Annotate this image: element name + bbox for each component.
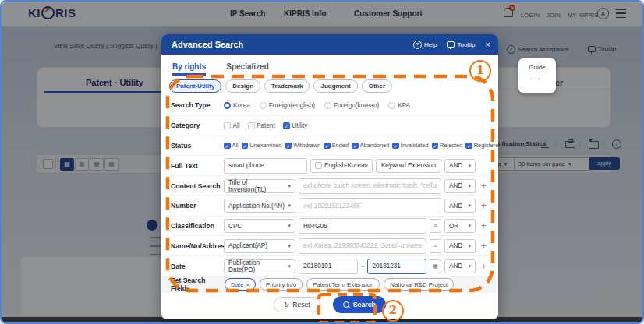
- checkbox: [224, 122, 231, 129]
- radio-dot: [388, 102, 395, 109]
- reset-button[interactable]: ↻Reset: [274, 297, 320, 312]
- name-operator-select[interactable]: AND▾: [444, 239, 476, 253]
- status-registered[interactable]: ✓Registered: [465, 142, 498, 149]
- row-search-type: Search Type Korea Foreign(english) Forei…: [171, 96, 489, 115]
- checkbox: ✓: [285, 143, 292, 150]
- reset-icon: ↻: [284, 301, 289, 308]
- chevron-down-icon: ▾: [468, 263, 471, 269]
- status-unexamined[interactable]: ✓Unexamined: [242, 142, 282, 149]
- help-icon: ?: [413, 40, 422, 49]
- add-row-button[interactable]: +: [479, 200, 489, 211]
- content-operator-select[interactable]: AND▾: [444, 179, 476, 193]
- remove-icon[interactable]: ×: [246, 281, 249, 288]
- help-button[interactable]: ?Help: [413, 40, 437, 49]
- rights-pills: Patent-Utility Design Trademark Judgment…: [161, 78, 498, 96]
- field-pill-priority-info[interactable]: Priority info: [260, 278, 303, 291]
- english-korean-checkbox[interactable]: English-Korean: [310, 159, 373, 173]
- name-no-address-label: Name/No/Address: [171, 242, 221, 250]
- arrow-right-icon: →: [518, 72, 556, 82]
- checkbox-all[interactable]: All: [224, 122, 240, 129]
- pill-trademark[interactable]: Trademark: [264, 79, 310, 93]
- tab-specialized[interactable]: Specialized: [226, 58, 268, 76]
- name-field-select[interactable]: Applicant(AP)▾: [224, 239, 295, 253]
- classification-operator-select[interactable]: OR▾: [444, 219, 476, 233]
- row-full-text: Full Text English-Korean Keyword Extensi…: [171, 155, 489, 175]
- calendar-icon[interactable]: ▦: [430, 259, 441, 273]
- category-label: Category: [171, 122, 221, 129]
- full-text-operator-select[interactable]: AND▾: [444, 159, 476, 173]
- modal-form: Search Type Korea Foreign(english) Forei…: [161, 96, 498, 276]
- row-category: Category All Patent ✓Utility: [171, 115, 489, 136]
- keyword-extension-button[interactable]: Keyword Extension: [376, 159, 441, 173]
- status-withdrawn[interactable]: ✓Withdrawn: [285, 142, 320, 149]
- pill-judgment[interactable]: Judgment: [313, 79, 357, 93]
- add-row-button[interactable]: +: [479, 220, 489, 231]
- checkbox: [315, 162, 322, 169]
- close-icon[interactable]: ×: [486, 40, 490, 49]
- row-status: Status ✓All ✓Unexamined ✓Withdrawn ✓Ende…: [171, 136, 489, 156]
- advanced-search-modal: Advanced Search ?Help Tooltip × By right…: [161, 34, 498, 319]
- checkbox: ✓: [432, 143, 439, 150]
- classification-field-select[interactable]: CPC▾: [224, 219, 295, 233]
- name-input[interactable]: [299, 238, 426, 254]
- number-field-select[interactable]: Application No.(AN)▾: [224, 199, 295, 213]
- radio-korea[interactable]: Korea: [224, 102, 250, 109]
- radio-kpa[interactable]: KPA: [388, 102, 410, 109]
- row-content-search: Content Search Title of Invention(TL)▾ A…: [171, 175, 489, 195]
- chevron-down-icon: ▾: [468, 243, 471, 249]
- date-from-input[interactable]: [299, 259, 358, 274]
- set-search-fields-row: Set Search Fields Date× Priority info Pa…: [161, 276, 498, 293]
- tab-by-rights[interactable]: By rights: [172, 58, 206, 76]
- status-invalidated[interactable]: ✓Invalidated: [392, 142, 428, 149]
- add-row-button[interactable]: +: [479, 241, 489, 252]
- date-operator-select[interactable]: AND▾: [444, 259, 476, 273]
- classification-lookup-icon[interactable]: ≡: [430, 219, 441, 233]
- full-text-input[interactable]: [224, 158, 307, 174]
- row-date: Date Publication Date(PD)▾ ~ ▦ AND▾ +: [171, 255, 489, 276]
- guide-label: Guide: [518, 64, 556, 71]
- row-classification: Classification CPC▾ ≡ OR▾ +: [171, 216, 489, 236]
- date-label: Date: [171, 262, 221, 270]
- checkbox: ✓: [392, 143, 399, 150]
- date-field-select[interactable]: Publication Date(PD)▾: [224, 259, 295, 273]
- pill-other[interactable]: Other: [362, 79, 392, 93]
- add-row-button[interactable]: +: [479, 261, 489, 272]
- search-icon: [343, 301, 349, 308]
- content-search-label: Content Search: [171, 182, 221, 190]
- status-ended[interactable]: ✓Ended: [324, 142, 349, 149]
- name-lookup-icon[interactable]: ≡: [430, 239, 441, 253]
- number-input[interactable]: [299, 198, 441, 213]
- tilde-separator: ~: [361, 262, 365, 270]
- number-operator-select[interactable]: AND▾: [444, 199, 476, 213]
- chevron-down-icon: ▾: [468, 183, 471, 189]
- classification-input[interactable]: [299, 218, 426, 234]
- search-type-label: Search Type: [171, 101, 221, 109]
- chevron-down-icon: ▾: [468, 202, 471, 209]
- row-number: Number Application No.(AN)▾ AND▾ +: [171, 195, 489, 216]
- field-pill-date[interactable]: Date×: [225, 278, 256, 291]
- radio-dot: [324, 102, 331, 109]
- chevron-down-icon: ▾: [288, 183, 291, 189]
- checkbox: ✓: [352, 143, 359, 150]
- search-button[interactable]: Search: [333, 296, 386, 313]
- pill-patent-utility[interactable]: Patent-Utility: [169, 79, 221, 93]
- modal-tabs: By rights Specialized: [161, 55, 498, 78]
- guide-button[interactable]: Guide →: [518, 58, 556, 93]
- status-rejected[interactable]: ✓Rejected: [432, 142, 463, 149]
- checkbox: ✓: [324, 143, 331, 150]
- status-all[interactable]: ✓All: [224, 142, 239, 149]
- checkbox-utility[interactable]: ✓Utility: [283, 122, 308, 129]
- content-field-select[interactable]: Title of Invention(TL)▾: [224, 179, 295, 193]
- row-name-no-address: Name/No/Address Applicant(AP)▾ ≡ AND▾ +: [171, 235, 489, 255]
- field-pill-national-rd-project[interactable]: National R&D Project: [384, 278, 454, 291]
- radio-foreign-english[interactable]: Foreign(english): [260, 102, 315, 109]
- field-pill-patent-term-extension[interactable]: Patent Term Extension: [306, 278, 380, 291]
- checkbox-patent[interactable]: Patent: [248, 122, 275, 129]
- status-abandoned[interactable]: ✓Abandoned: [352, 142, 389, 149]
- modal-tooltip-button[interactable]: Tooltip: [447, 41, 475, 48]
- radio-foreign-korean[interactable]: Foreign(korean): [324, 102, 379, 109]
- pill-design[interactable]: Design: [225, 79, 260, 93]
- content-search-input[interactable]: [299, 178, 441, 194]
- add-row-button[interactable]: +: [479, 181, 489, 192]
- date-to-input[interactable]: [367, 259, 426, 274]
